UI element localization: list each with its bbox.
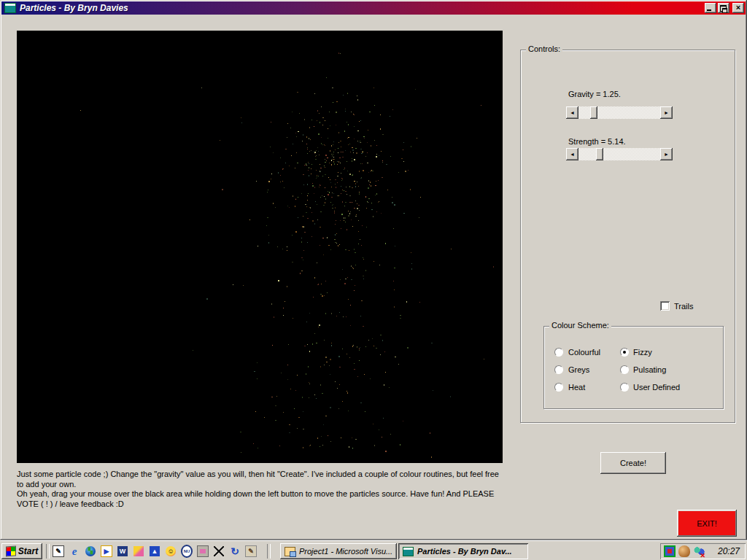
graphics-app-icon[interactable] (133, 545, 144, 557)
app-window: Particles - By Bryn Davies × Controls: G… (0, 0, 747, 540)
start-button-label: Start (18, 546, 38, 556)
gravity-scroll-right-arrow-icon[interactable]: ► (660, 106, 673, 119)
radio-fizzy-label[interactable]: Fizzy (633, 348, 652, 357)
gravity-scroll-left-arrow-icon[interactable]: ◄ (566, 106, 578, 119)
taskbar-button-particles[interactable]: Particles - By Bryn Dav... (398, 543, 528, 559)
restore-icon (720, 5, 727, 12)
compose-document-icon[interactable]: ✎ (53, 545, 64, 557)
gravity-scrollbar-track[interactable] (578, 106, 660, 119)
taskbar-button-particles-label: Particles - By Bryn Dav... (417, 547, 512, 556)
vb-project-icon (285, 547, 295, 556)
taskbar-separator-2 (267, 544, 271, 559)
close-icon: × (732, 2, 744, 12)
particles-form-icon (403, 547, 414, 556)
particle-canvas[interactable] (17, 31, 503, 463)
taskbar-button-project1[interactable]: Project1 - Microsoft Visu... (280, 543, 397, 559)
ms-word-icon[interactable]: W (117, 545, 128, 557)
earth-globe-icon[interactable]: ▚ (85, 545, 96, 557)
trails-checkbox[interactable] (660, 301, 670, 311)
strength-scroll-left-arrow-icon[interactable]: ◄ (566, 148, 578, 160)
computer-icon[interactable] (197, 545, 209, 557)
radio-fizzy[interactable] (620, 348, 629, 357)
recorder-tray-icon[interactable] (664, 545, 676, 557)
radio-pulsating-label[interactable]: Pulsating (633, 365, 666, 374)
minimize-icon (707, 9, 711, 11)
info-line-2: to add your own. (17, 480, 507, 490)
restore-button[interactable] (718, 3, 729, 13)
create-button[interactable]: Create! (600, 452, 666, 474)
radio-colourful[interactable] (554, 348, 563, 357)
title-bar[interactable]: Particles - By Bryn Davies × (1, 1, 746, 15)
tray-clock: 20:27 (718, 546, 740, 556)
strength-scrollbar-thumb[interactable] (596, 148, 603, 160)
system-tray: 20:27 (660, 543, 746, 559)
strength-label: Strength = 5.14. (568, 137, 626, 146)
tools-icon[interactable] (213, 545, 225, 557)
colour-scheme-group-label: Colour Scheme: (549, 321, 611, 330)
paint-shop-icon[interactable]: ▲ (149, 545, 160, 557)
info-text: Just some particle code ;) Change the "g… (17, 470, 507, 509)
info-line-3: Oh yeah, drag your mouse over the black … (17, 489, 507, 499)
trails-label: Trails (674, 302, 693, 311)
minimize-button[interactable] (705, 3, 716, 13)
radio-greys[interactable] (554, 365, 563, 374)
internet-explorer-icon[interactable]: e (69, 545, 80, 557)
radio-heat[interactable] (554, 383, 563, 392)
taskbar-separator (46, 544, 50, 559)
taskbar-button-project1-label: Project1 - Microsoft Visu... (299, 547, 392, 556)
close-button[interactable]: × (732, 3, 744, 13)
pen-draw-icon[interactable]: ✎ (245, 545, 257, 557)
media-player-icon[interactable]: ▶ (101, 545, 112, 557)
radio-user-defined[interactable] (620, 383, 629, 392)
messenger-smiley-icon[interactable]: ☺ (165, 545, 177, 557)
norton-utilities-icon[interactable]: NU (181, 545, 193, 557)
taskbar: Start ✎ e ▚ ▶ W ▲ ☺ NU ↻ ✎ Project1 - Mi… (0, 540, 747, 560)
controls-group-label: Controls: (526, 44, 562, 53)
exit-button[interactable]: EXIT! (677, 510, 737, 537)
gravity-label: Gravity = 1.25. (568, 90, 621, 98)
sync-mail-icon[interactable]: ↻ (229, 545, 241, 557)
radio-greys-label[interactable]: Greys (568, 365, 589, 374)
cleansweep-dog-tray-icon[interactable] (678, 545, 690, 557)
network-offline-tray-icon[interactable] (693, 545, 705, 557)
vb-form-icon (4, 3, 16, 13)
window-title: Particles - By Bryn Davies (20, 3, 128, 13)
strength-scrollbar-track[interactable] (578, 148, 660, 160)
gravity-scrollbar[interactable]: ◄ ► (566, 106, 673, 119)
desktop-screen: Particles - By Bryn Davies × Controls: G… (0, 0, 747, 560)
info-line-4: VOTE ( ! ) / leave feedback :D (17, 499, 507, 510)
info-line-1: Just some particle code ;) Change the "g… (17, 470, 507, 480)
strength-scrollbar[interactable]: ◄ ► (566, 148, 673, 160)
windows-logo-icon (6, 546, 16, 557)
strength-scroll-right-arrow-icon[interactable]: ► (660, 148, 673, 160)
radio-colourful-label[interactable]: Colourful (568, 348, 600, 357)
radio-heat-label[interactable]: Heat (568, 383, 585, 392)
radio-pulsating[interactable] (620, 365, 629, 374)
gravity-scrollbar-thumb[interactable] (590, 106, 597, 119)
start-button[interactable]: Start (1, 543, 42, 559)
radio-user-defined-label[interactable]: User Defined (633, 383, 680, 392)
